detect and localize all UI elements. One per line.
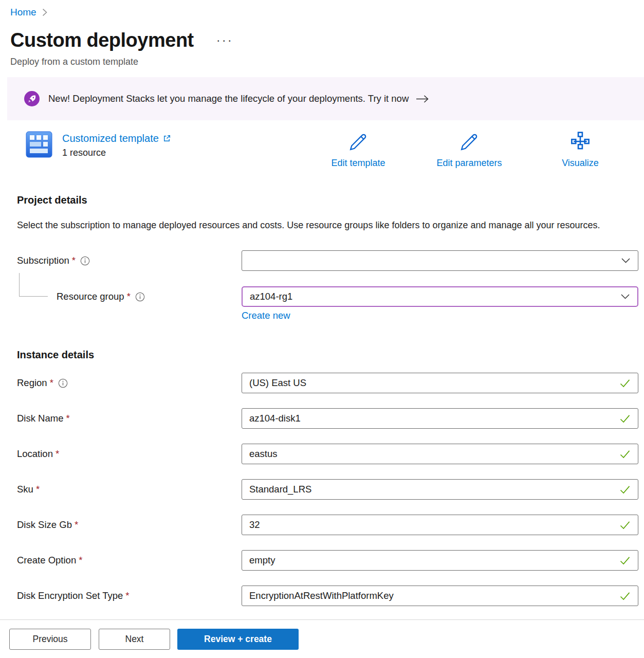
external-link-icon: [162, 134, 171, 143]
page-subtitle: Deploy from a custom template: [10, 56, 644, 68]
resource-group-label: Resource group *: [0, 291, 242, 302]
next-button[interactable]: Next: [99, 629, 170, 650]
edit-template-button[interactable]: Edit template: [317, 131, 399, 169]
required-marker: *: [75, 519, 78, 531]
disk-size-label: Disk Size Gb *: [0, 519, 242, 531]
rocket-icon: [24, 91, 40, 106]
resource-group-value: az104-rg1: [250, 291, 292, 302]
template-summary-row: Customized template 1 resource: [26, 131, 621, 169]
disk-size-label-text: Disk Size Gb: [17, 519, 72, 531]
instance-details-heading: Instance details: [17, 349, 644, 361]
valid-check-icon: [619, 414, 631, 423]
customized-template-label: Customized template: [62, 132, 159, 145]
disk-name-label-text: Disk Name: [17, 413, 63, 424]
disk-name-input[interactable]: az104-disk1: [242, 408, 638, 429]
region-label-text: Region: [17, 377, 47, 389]
arrow-right-icon[interactable]: [416, 95, 429, 103]
sku-input[interactable]: Standard_LRS: [242, 479, 638, 500]
sku-value: Standard_LRS: [249, 484, 311, 495]
info-icon[interactable]: [58, 378, 68, 388]
disk-size-input[interactable]: 32: [242, 515, 638, 535]
location-input[interactable]: eastus: [242, 444, 638, 464]
disk-encryption-set-type-input[interactable]: EncryptionAtRestWithPlatformKey: [242, 586, 638, 606]
location-value: eastus: [249, 448, 278, 460]
instance-details-form: Region * (US) East US: [0, 373, 644, 606]
subscription-select[interactable]: [242, 250, 638, 271]
project-details-heading: Project details: [17, 194, 644, 206]
disk-size-value: 32: [249, 519, 260, 531]
required-marker: *: [36, 484, 40, 495]
review-create-button[interactable]: Review + create: [177, 629, 299, 650]
resource-group-label-text: Resource group: [57, 291, 124, 302]
more-options-icon[interactable]: ···: [216, 35, 233, 45]
create-new-link[interactable]: Create new: [242, 310, 290, 321]
valid-check-icon: [619, 485, 631, 494]
visualize-label: Visualize: [562, 158, 599, 169]
pencil-icon: [347, 131, 369, 155]
info-icon[interactable]: [80, 256, 90, 266]
edit-template-label: Edit template: [331, 158, 385, 169]
disk-name-row: Disk Name * az104-disk1: [0, 408, 644, 429]
create-option-value: empty: [249, 555, 275, 566]
disk-encryption-set-type-row: Disk Encryption Set Type * EncryptionAtR…: [0, 586, 644, 606]
subscription-label: Subscription *: [0, 255, 242, 266]
template-texts: Customized template 1 resource: [62, 131, 171, 160]
valid-check-icon: [619, 450, 631, 459]
disk-encryption-set-type-value: EncryptionAtRestWithPlatformKey: [249, 590, 394, 601]
create-option-input[interactable]: empty: [242, 550, 638, 571]
previous-button[interactable]: Previous: [9, 629, 91, 650]
template-info: Customized template 1 resource: [26, 131, 171, 160]
create-option-row: Create Option * empty: [0, 550, 644, 571]
region-row: Region * (US) East US: [0, 373, 644, 393]
disk-name-label: Disk Name *: [0, 413, 242, 424]
page-title: Custom deployment: [10, 29, 194, 51]
required-marker: *: [50, 377, 53, 389]
sku-row: Sku * Standard_LRS: [0, 479, 644, 500]
disk-size-row: Disk Size Gb * 32: [0, 515, 644, 535]
valid-check-icon: [619, 379, 631, 388]
info-icon[interactable]: [135, 292, 145, 302]
location-row: Location * eastus: [0, 444, 644, 464]
page-content: Home Custom deployment ··· Deploy from a…: [0, 0, 644, 619]
chevron-down-icon: [620, 294, 630, 300]
wizard-footer: Previous Next Review + create: [0, 619, 644, 658]
required-marker: *: [79, 555, 82, 566]
breadcrumb-chevron-icon: [42, 8, 48, 16]
create-option-label: Create Option *: [0, 555, 242, 566]
sku-label: Sku *: [0, 484, 242, 495]
template-icon: [26, 131, 52, 160]
location-label: Location *: [0, 448, 242, 460]
org-chart-icon: [569, 131, 592, 155]
region-label: Region *: [0, 377, 242, 389]
template-actions: Edit template Edit parameters: [317, 131, 621, 169]
customized-template-link[interactable]: Customized template: [62, 132, 171, 145]
breadcrumb: Home: [0, 0, 644, 19]
valid-check-icon: [619, 521, 631, 529]
banner-message: New! Deployment Stacks let you manage th…: [48, 93, 409, 104]
project-details-form: Subscription *: [0, 250, 644, 327]
resource-group-select[interactable]: az104-rg1: [242, 286, 638, 307]
required-marker: *: [127, 291, 131, 302]
title-row: Custom deployment ···: [10, 29, 644, 51]
deployment-stacks-banner[interactable]: New! Deployment Stacks let you manage th…: [7, 77, 644, 120]
sku-label-text: Sku: [17, 484, 33, 495]
visualize-button[interactable]: Visualize: [539, 131, 621, 169]
edit-parameters-button[interactable]: Edit parameters: [428, 131, 510, 169]
required-marker: *: [56, 448, 59, 460]
required-marker: *: [72, 255, 76, 266]
subscription-label-text: Subscription: [17, 255, 69, 266]
region-input[interactable]: (US) East US: [242, 373, 638, 393]
pencil-icon: [458, 131, 480, 155]
disk-encryption-set-type-label: Disk Encryption Set Type *: [0, 590, 242, 601]
edit-parameters-label: Edit parameters: [436, 158, 502, 169]
valid-check-icon: [619, 592, 631, 600]
chevron-down-icon: [621, 258, 631, 264]
template-resource-count: 1 resource: [62, 148, 171, 158]
resource-group-row: Resource group * az104-rg1: [0, 286, 644, 307]
project-details-description: Select the subscription to manage deploy…: [17, 217, 608, 233]
required-marker: *: [125, 590, 129, 601]
valid-check-icon: [619, 556, 631, 565]
create-option-label-text: Create Option: [17, 555, 76, 566]
subscription-row: Subscription *: [0, 250, 644, 271]
breadcrumb-home-link[interactable]: Home: [10, 7, 36, 18]
